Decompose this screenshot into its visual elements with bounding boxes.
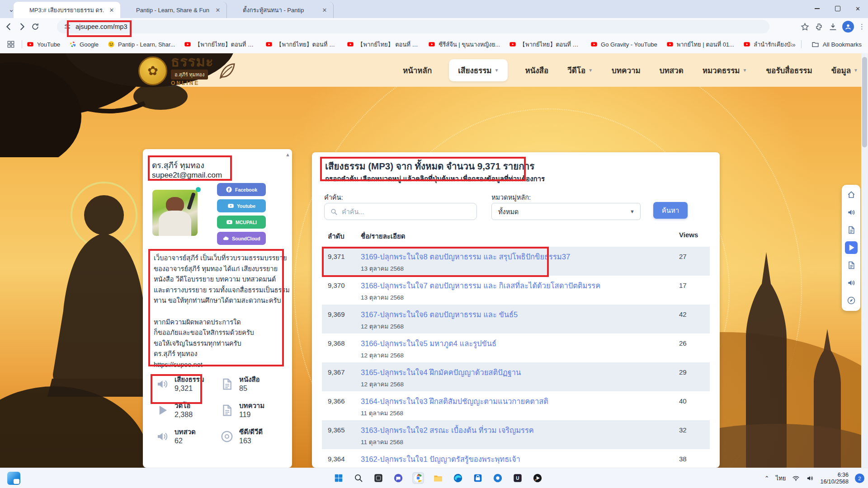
- tab-close-icon[interactable]: ✕: [214, 6, 222, 14]
- clock[interactable]: 6:36 16/10/2568: [820, 472, 849, 485]
- float-tool-icon[interactable]: [845, 206, 858, 219]
- social-button[interactable]: Facebook: [217, 183, 266, 196]
- notification-badge[interactable]: 2: [855, 474, 864, 483]
- nav-item[interactable]: บทความ: [610, 59, 642, 81]
- table-row[interactable]: 9,367 3165-ปลุกพระในใจ4 ฝึกมัคคปัญญาด้วย…: [322, 362, 710, 391]
- stat-item[interactable]: วีดีโอ 2,388: [156, 401, 220, 419]
- volume-icon[interactable]: [806, 474, 814, 482]
- tab-close-icon[interactable]: ✕: [321, 6, 329, 14]
- table-row[interactable]: 9,369 3167-ปลุกพระในใจ6 ตอบปัญหาธรรม และ…: [322, 305, 710, 333]
- bookmark-item[interactable]: พากย์ไทย | ตอนที่ 01...: [666, 40, 734, 49]
- downloads-icon[interactable]: [828, 22, 838, 32]
- nav-item[interactable]: เสียงธรรม ▼: [449, 59, 508, 81]
- row-title-link[interactable]: 3163-ปลุกพระในใจ2 สรณะ เบื้องต้น ที่รวม …: [361, 424, 534, 436]
- bookmark-item[interactable]: Pantip - Learn, Shar...: [108, 41, 175, 48]
- search-input[interactable]: คำค้น...: [324, 203, 477, 220]
- search-button[interactable]: ค้นหา: [653, 202, 688, 219]
- nav-item[interactable]: หมวดธรรม ▼: [701, 59, 749, 81]
- taskbar-app-icon[interactable]: [392, 472, 404, 484]
- bookmark-item[interactable]: ซีรีส์จีน | ขุนนางหญิงย...: [428, 40, 500, 49]
- bookmark-item[interactable]: 【พากย์ไทย】ตอนที่ 10-...: [184, 40, 256, 49]
- stat-item[interactable]: หนังสือ 85: [220, 375, 285, 393]
- table-row[interactable]: 9,366 3164-ปลุกพระในใจ3 ฝึกสติสัมปชัญญะต…: [322, 391, 710, 420]
- category-select[interactable]: ทั้งหมด ▼: [491, 203, 641, 220]
- card-scroll-up-icon[interactable]: ▲: [285, 152, 290, 157]
- profile-avatar[interactable]: [842, 21, 854, 33]
- social-button[interactable]: SoundCloud: [217, 232, 266, 245]
- address-bar[interactable]: ajsupee.com/mp3: [57, 20, 769, 33]
- menu-icon[interactable]: ⋮: [859, 23, 865, 31]
- row-title-link[interactable]: 3164-ปลุกพระในใจ3 ฝึกสติสัมปชัญญะตามแนวก…: [361, 395, 548, 407]
- all-bookmarks-button[interactable]: All Bookmarks: [811, 41, 862, 48]
- taskbar-app-icon[interactable]: [353, 472, 364, 484]
- site-logo[interactable]: ✿ ธรรมะ อ.สุภีร์ ทุมทอง ONLINE: [138, 55, 237, 86]
- bookmark-item[interactable]: 【พากย์ไทย】 ตอนที่ 01...: [347, 40, 419, 49]
- apps-grid-icon[interactable]: [6, 40, 15, 49]
- social-button[interactable]: MCUPALI: [217, 216, 266, 229]
- table-row[interactable]: 9,371 3169-ปลุกพระในใจ8 ตอบปัญหาธรรม และ…: [322, 247, 710, 276]
- site-settings-icon[interactable]: [63, 23, 71, 31]
- browser-tab[interactable]: Pantip - Learn, Share & Fun ✕: [120, 2, 227, 18]
- row-title-link[interactable]: 3165-ปลุกพระในใจ4 ฝึกมัคคปัญญาด้วยสติปัฏ…: [361, 366, 521, 378]
- tab-close-icon[interactable]: ✕: [108, 6, 116, 14]
- taskbar-app-icon[interactable]: [452, 472, 464, 484]
- stat-item[interactable]: ซีดี/ดีวีดี 163: [220, 427, 285, 446]
- extensions-icon[interactable]: [814, 22, 824, 32]
- wifi-icon[interactable]: [792, 474, 800, 482]
- float-tool-icon[interactable]: [845, 294, 858, 307]
- row-title-link[interactable]: 3167-ปลุกพระในใจ6 ตอบปัญหาธรรม และ ขันธ์…: [361, 309, 518, 320]
- bookmark-item[interactable]: Google: [69, 41, 99, 48]
- widgets-icon[interactable]: [7, 472, 20, 485]
- stat-item[interactable]: เสียงธรรม 9,321: [156, 375, 220, 393]
- taskbar-app-icon[interactable]: [492, 472, 504, 484]
- bookmark-item[interactable]: YouTube: [27, 41, 60, 48]
- bookmark-item[interactable]: 【พากย์ไทย】ตอนที่ 01-...: [265, 40, 338, 49]
- page-scrollbar[interactable]: [861, 53, 868, 468]
- minimize-button[interactable]: [807, 0, 827, 17]
- forward-button[interactable]: [17, 22, 27, 32]
- taskbar-app-icon[interactable]: [432, 472, 444, 484]
- bookmark-star-icon[interactable]: [800, 22, 810, 32]
- float-tool-icon[interactable]: [845, 188, 858, 201]
- table-row[interactable]: 9,364 3162-ปลุกพระในใจ1 ปัญญาตรัสรู้ของพ…: [322, 449, 710, 468]
- reload-button[interactable]: [31, 22, 40, 31]
- table-row[interactable]: 9,368 3166-ปลุกพระในใจ5 มหาภูต4 และรูปขั…: [322, 333, 710, 362]
- stat-item[interactable]: บทสวด 62: [156, 427, 220, 446]
- taskbar-app-icon[interactable]: U: [512, 472, 524, 484]
- row-title-link[interactable]: 3169-ปลุกพระในใจ8 ตอบปัญหาธรรม และ สรุปโ…: [361, 251, 570, 263]
- nav-item[interactable]: ขอรับสื่อธรรม: [764, 59, 814, 81]
- nav-item[interactable]: ข้อมูล ▼: [830, 59, 860, 81]
- row-title-link[interactable]: 3162-ปลุกพระในใจ1 ปัญญาตรัสรู้ของพระพุทธ…: [361, 453, 520, 465]
- browser-tab[interactable]: ตั้งกระทู้สนทนา - Pantip ✕: [227, 2, 334, 18]
- float-tool-icon[interactable]: [845, 224, 858, 236]
- nav-item[interactable]: วีดีโอ ▼: [566, 59, 594, 81]
- table-row[interactable]: 9,365 3163-ปลุกพระในใจ2 สรณะ เบื้องต้น ท…: [322, 420, 710, 449]
- tray-chevron-up-icon[interactable]: ⌃: [764, 475, 769, 482]
- table-row[interactable]: 9,370 3168-ปลุกพระในใจ7 ตอบปัญหาธรรม และ…: [322, 276, 710, 305]
- maximize-button[interactable]: [827, 0, 848, 17]
- row-title-link[interactable]: 3168-ปลุกพระในใจ7 ตอบปัญหาธรรม และ กิเลส…: [361, 280, 600, 291]
- back-button[interactable]: [4, 22, 14, 32]
- taskbar-app-icon[interactable]: [472, 472, 484, 484]
- nav-item[interactable]: บทสวด: [658, 59, 685, 81]
- float-tool-icon[interactable]: [845, 259, 858, 272]
- nav-item[interactable]: หนังสือ: [523, 59, 550, 81]
- scrollbar-thumb[interactable]: [862, 57, 867, 147]
- social-button[interactable]: Youtube: [217, 199, 266, 212]
- language-indicator[interactable]: ไทย: [776, 474, 786, 483]
- close-button[interactable]: ✕: [848, 0, 868, 17]
- nav-item[interactable]: หน้าหลัก: [401, 59, 434, 81]
- bookmark-item[interactable]: Go Gravity - YouTube: [590, 41, 657, 48]
- row-title-link[interactable]: 3166-ปลุกพระในใจ5 มหาภูต4 และรูปขันธ์: [361, 338, 496, 349]
- browser-tab[interactable]: MP3:# เสียงบรรยายธรรม ดร.สุภีร์ ทุ... ✕: [14, 2, 120, 18]
- taskbar-app-icon[interactable]: [532, 472, 543, 484]
- float-tool-icon[interactable]: [845, 277, 858, 289]
- taskbar-app-icon[interactable]: [412, 472, 424, 484]
- stat-item[interactable]: บทความ 119: [220, 401, 285, 419]
- taskbar-app-icon[interactable]: [373, 472, 384, 484]
- bookmark-item[interactable]: 【พากย์ไทย】ตอนที่ 01 |...: [509, 40, 581, 49]
- float-tool-icon[interactable]: [845, 241, 858, 254]
- bookmarks-overflow-chevron[interactable]: »: [792, 41, 795, 48]
- taskbar-app-icon[interactable]: [333, 472, 344, 484]
- url-text[interactable]: ajsupee.com/mp3: [75, 23, 127, 30]
